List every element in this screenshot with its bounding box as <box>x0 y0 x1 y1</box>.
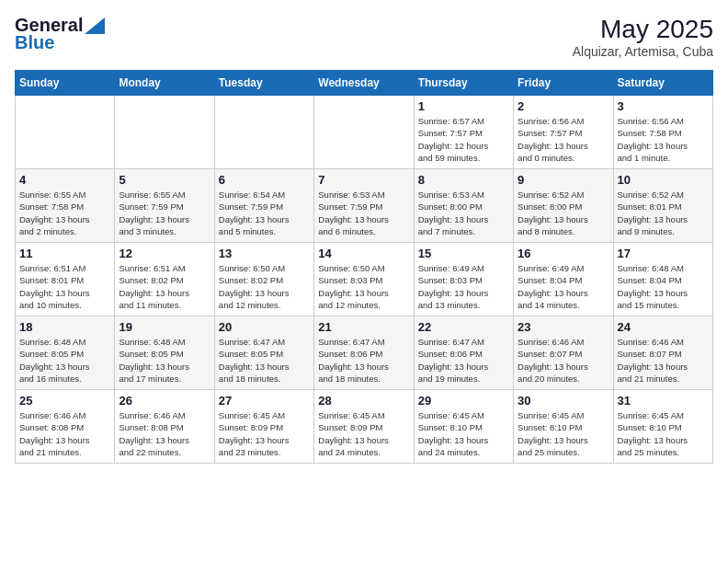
day-number: 21 <box>318 320 409 334</box>
table-row: 20Sunrise: 6:47 AMSunset: 8:05 PMDayligh… <box>214 316 313 390</box>
day-number: 14 <box>318 247 409 260</box>
day-number: 19 <box>119 320 210 334</box>
table-row: 14Sunrise: 6:50 AMSunset: 8:03 PMDayligh… <box>314 243 414 316</box>
day-number: 1 <box>418 99 509 113</box>
day-number: 20 <box>219 320 310 334</box>
table-row: 10Sunrise: 6:52 AMSunset: 8:01 PMDayligh… <box>613 169 712 243</box>
table-row: 23Sunrise: 6:46 AMSunset: 8:07 PMDayligh… <box>514 316 613 390</box>
table-row: 16Sunrise: 6:49 AMSunset: 8:04 PMDayligh… <box>514 243 613 316</box>
day-number: 11 <box>19 247 110 260</box>
day-info: Sunrise: 6:55 AMSunset: 7:59 PMDaylight:… <box>119 189 210 237</box>
table-row: 28Sunrise: 6:45 AMSunset: 8:09 PMDayligh… <box>314 390 414 464</box>
table-row: 7Sunrise: 6:53 AMSunset: 7:59 PMDaylight… <box>314 169 414 243</box>
table-row: 15Sunrise: 6:49 AMSunset: 8:03 PMDayligh… <box>414 243 513 316</box>
table-row: 2Sunrise: 6:56 AMSunset: 7:57 PMDaylight… <box>514 96 613 169</box>
header-friday: Friday <box>514 71 613 96</box>
day-number: 7 <box>318 173 409 187</box>
table-row: 1Sunrise: 6:57 AMSunset: 7:57 PMDaylight… <box>414 96 513 169</box>
page-header: General Blue May 2025 Alquizar, Artemisa… <box>15 15 713 59</box>
header-wednesday: Wednesday <box>314 71 414 96</box>
day-info: Sunrise: 6:45 AMSunset: 8:10 PMDaylight:… <box>418 409 509 458</box>
day-info: Sunrise: 6:54 AMSunset: 7:59 PMDaylight:… <box>219 189 310 237</box>
day-info: Sunrise: 6:46 AMSunset: 8:08 PMDaylight:… <box>119 409 210 458</box>
day-info: Sunrise: 6:47 AMSunset: 8:06 PMDaylight:… <box>318 336 409 385</box>
day-info: Sunrise: 6:45 AMSunset: 8:10 PMDaylight:… <box>618 409 709 458</box>
table-row: 11Sunrise: 6:51 AMSunset: 8:01 PMDayligh… <box>16 243 115 316</box>
day-number: 26 <box>119 394 210 408</box>
day-number: 29 <box>418 394 509 408</box>
calendar-row: 18Sunrise: 6:48 AMSunset: 8:05 PMDayligh… <box>16 316 713 390</box>
table-row: 24Sunrise: 6:46 AMSunset: 8:07 PMDayligh… <box>613 316 712 390</box>
day-info: Sunrise: 6:50 AMSunset: 8:02 PMDaylight:… <box>219 262 310 311</box>
table-row: 5Sunrise: 6:55 AMSunset: 7:59 PMDaylight… <box>115 169 214 243</box>
table-row: 31Sunrise: 6:45 AMSunset: 8:10 PMDayligh… <box>613 390 712 464</box>
day-number: 6 <box>219 173 310 187</box>
table-row: 22Sunrise: 6:47 AMSunset: 8:06 PMDayligh… <box>414 316 513 390</box>
table-row: 29Sunrise: 6:45 AMSunset: 8:10 PMDayligh… <box>414 390 513 464</box>
day-info: Sunrise: 6:46 AMSunset: 8:08 PMDaylight:… <box>19 409 110 458</box>
table-row: 26Sunrise: 6:46 AMSunset: 8:08 PMDayligh… <box>115 390 214 464</box>
day-number: 27 <box>219 394 310 408</box>
header-saturday: Saturday <box>613 71 712 96</box>
calendar-row: 25Sunrise: 6:46 AMSunset: 8:08 PMDayligh… <box>16 390 713 464</box>
day-number: 15 <box>418 247 509 260</box>
table-row <box>16 96 115 169</box>
day-info: Sunrise: 6:45 AMSunset: 8:09 PMDaylight:… <box>318 409 409 458</box>
day-info: Sunrise: 6:45 AMSunset: 8:10 PMDaylight:… <box>518 409 609 458</box>
day-number: 8 <box>418 173 509 187</box>
day-info: Sunrise: 6:51 AMSunset: 8:02 PMDaylight:… <box>119 262 210 311</box>
logo-icon <box>85 17 105 34</box>
day-number: 28 <box>318 394 409 408</box>
table-row: 17Sunrise: 6:48 AMSunset: 8:04 PMDayligh… <box>613 243 712 316</box>
table-row: 27Sunrise: 6:45 AMSunset: 8:09 PMDayligh… <box>214 390 313 464</box>
table-row <box>314 96 414 169</box>
day-info: Sunrise: 6:55 AMSunset: 7:58 PMDaylight:… <box>19 189 110 237</box>
day-info: Sunrise: 6:45 AMSunset: 8:09 PMDaylight:… <box>219 409 310 458</box>
calendar-table: Sunday Monday Tuesday Wednesday Thursday… <box>15 70 713 464</box>
day-info: Sunrise: 6:56 AMSunset: 7:57 PMDaylight:… <box>518 115 609 164</box>
day-number: 2 <box>518 99 609 113</box>
logo: General Blue <box>15 15 105 53</box>
logo-blue: Blue <box>15 32 54 53</box>
header-thursday: Thursday <box>414 71 513 96</box>
day-number: 4 <box>19 173 110 187</box>
day-info: Sunrise: 6:51 AMSunset: 8:01 PMDaylight:… <box>19 262 110 311</box>
day-info: Sunrise: 6:48 AMSunset: 8:05 PMDaylight:… <box>19 336 110 385</box>
day-info: Sunrise: 6:48 AMSunset: 8:05 PMDaylight:… <box>119 336 210 385</box>
location-subtitle: Alquizar, Artemisa, Cuba <box>573 44 713 59</box>
table-row: 21Sunrise: 6:47 AMSunset: 8:06 PMDayligh… <box>314 316 414 390</box>
day-info: Sunrise: 6:46 AMSunset: 8:07 PMDaylight:… <box>618 336 709 385</box>
header-tuesday: Tuesday <box>214 71 313 96</box>
day-info: Sunrise: 6:49 AMSunset: 8:03 PMDaylight:… <box>418 262 509 311</box>
table-row: 12Sunrise: 6:51 AMSunset: 8:02 PMDayligh… <box>115 243 214 316</box>
table-row: 3Sunrise: 6:56 AMSunset: 7:58 PMDaylight… <box>613 96 712 169</box>
day-info: Sunrise: 6:47 AMSunset: 8:05 PMDaylight:… <box>219 336 310 385</box>
table-row: 9Sunrise: 6:52 AMSunset: 8:00 PMDaylight… <box>514 169 613 243</box>
day-info: Sunrise: 6:47 AMSunset: 8:06 PMDaylight:… <box>418 336 509 385</box>
table-row: 25Sunrise: 6:46 AMSunset: 8:08 PMDayligh… <box>16 390 115 464</box>
calendar-row: 11Sunrise: 6:51 AMSunset: 8:01 PMDayligh… <box>16 243 713 316</box>
svg-marker-0 <box>85 17 105 34</box>
day-number: 5 <box>119 173 210 187</box>
day-number: 30 <box>518 394 609 408</box>
header-row: Sunday Monday Tuesday Wednesday Thursday… <box>16 71 713 96</box>
day-number: 16 <box>518 247 609 260</box>
day-info: Sunrise: 6:52 AMSunset: 8:01 PMDaylight:… <box>618 189 709 237</box>
day-info: Sunrise: 6:50 AMSunset: 8:03 PMDaylight:… <box>318 262 409 311</box>
day-info: Sunrise: 6:52 AMSunset: 8:00 PMDaylight:… <box>518 189 609 237</box>
header-sunday: Sunday <box>16 71 115 96</box>
table-row <box>115 96 214 169</box>
day-number: 25 <box>19 394 110 408</box>
table-row: 8Sunrise: 6:53 AMSunset: 8:00 PMDaylight… <box>414 169 513 243</box>
day-info: Sunrise: 6:53 AMSunset: 7:59 PMDaylight:… <box>318 189 409 237</box>
day-number: 13 <box>219 247 310 260</box>
day-number: 31 <box>618 394 709 408</box>
day-number: 17 <box>618 247 709 260</box>
table-row: 4Sunrise: 6:55 AMSunset: 7:58 PMDaylight… <box>16 169 115 243</box>
table-row: 18Sunrise: 6:48 AMSunset: 8:05 PMDayligh… <box>16 316 115 390</box>
day-number: 23 <box>518 320 609 334</box>
day-info: Sunrise: 6:49 AMSunset: 8:04 PMDaylight:… <box>518 262 609 311</box>
month-title: May 2025 <box>573 15 713 44</box>
day-number: 10 <box>618 173 709 187</box>
table-row: 6Sunrise: 6:54 AMSunset: 7:59 PMDaylight… <box>214 169 313 243</box>
